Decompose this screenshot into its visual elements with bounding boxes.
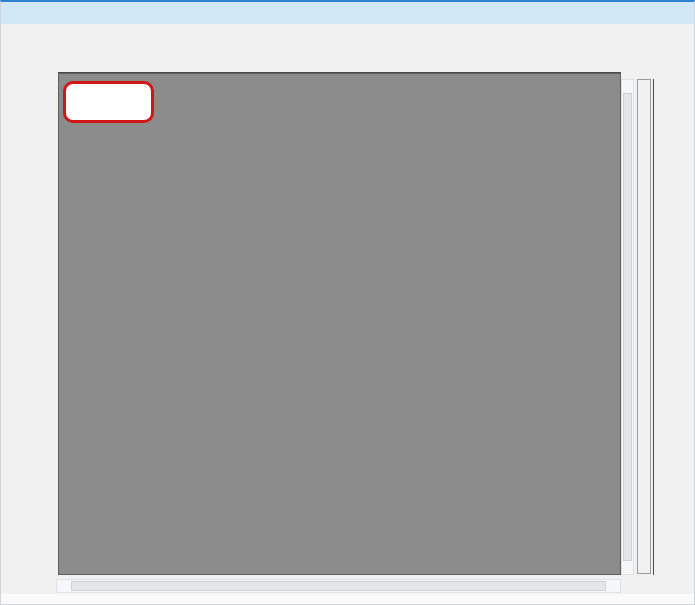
vertical-scrollbar[interactable] xyxy=(621,79,634,575)
scroll-right-arrow[interactable] xyxy=(607,580,619,592)
seismic-plot-area[interactable] xyxy=(58,73,621,575)
colorbar-axis-line xyxy=(653,79,654,575)
time-axis-title xyxy=(3,297,15,345)
bottom-margin xyxy=(1,594,694,605)
stack-inline-window xyxy=(0,0,695,605)
horizontal-scroll-thumb[interactable] xyxy=(71,581,606,591)
scroll-up-arrow[interactable] xyxy=(622,80,633,92)
vertical-scroll-thumb[interactable] xyxy=(623,93,632,561)
scroll-down-arrow[interactable] xyxy=(622,562,633,574)
scroll-left-arrow[interactable] xyxy=(58,580,70,592)
horizontal-scrollbar[interactable] xyxy=(56,579,621,593)
seismic-image-canvas[interactable] xyxy=(59,74,620,574)
before-annotation-badge xyxy=(63,81,154,123)
title-bar xyxy=(1,2,694,24)
amplitude-colorbar xyxy=(637,79,651,574)
